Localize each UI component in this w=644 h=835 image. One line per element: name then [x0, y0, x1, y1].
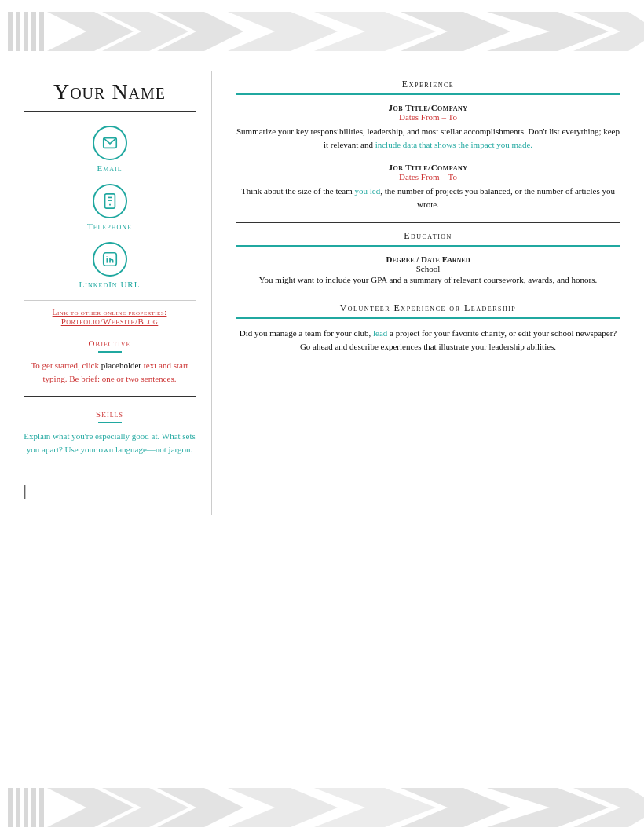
objective-text: To get started, click placeholder text a… [24, 359, 196, 385]
linkedin-contact-item: LinkedIn URL [24, 242, 196, 289]
objective-teal-line [98, 351, 122, 353]
experience-section: Experience Job Title/Company Dates From … [236, 71, 620, 211]
email-label: Email [97, 163, 122, 173]
svg-rect-1 [16, 12, 20, 51]
volunteer-header: Volunteer Experience or Leadership [236, 295, 620, 314]
email-contact-item: Email [24, 126, 196, 173]
telephone-icon [93, 184, 127, 218]
job-entry-2: Job Title/Company Dates From – To Think … [236, 163, 620, 211]
edu-entry-1: Degree / Date Earned School You might wa… [236, 255, 620, 287]
objective-heading: Objective [24, 339, 196, 348]
job-desc-2-teal: you led [355, 186, 381, 196]
cursor: | [24, 483, 196, 500]
job-desc-2-text: Think about the size of the team [241, 186, 354, 196]
footer-banner [0, 780, 644, 835]
skills-section: Skills Explain what you're especially go… [24, 409, 196, 456]
resume-page: Your Name Email [0, 0, 644, 835]
job-title-1: Job Title/Company [236, 103, 620, 112]
education-underline [236, 245, 620, 247]
volunteer-teal-1: lead [373, 328, 387, 338]
volunteer-title: Volunteer Experience or Leadership [340, 302, 517, 313]
edu-degree-1: Degree / Date Earned [236, 255, 620, 264]
top-divider [24, 71, 196, 71]
your-name-heading: Your Name [24, 79, 196, 104]
right-column: Experience Job Title/Company Dates From … [212, 71, 644, 515]
job-entry-1: Job Title/Company Dates From – To Summar… [236, 103, 620, 152]
job-desc-1: Summarize your key responsibilities, lea… [236, 125, 620, 152]
volunteer-section: Volunteer Experience or Leadership Did y… [236, 295, 620, 353]
email-icon [93, 126, 127, 160]
job-dates-1: Dates From – To [236, 112, 620, 122]
online-properties-section: Link to other online properties: Portfol… [24, 300, 196, 326]
header-banner [0, 0, 644, 63]
job-desc-1-teal: include data that shows the impact you m… [375, 140, 532, 149]
content-area: Your Name Email [0, 63, 644, 515]
left-bottom-divider [24, 467, 196, 467]
objective-section: Objective To get started, click placehol… [24, 339, 196, 385]
svg-rect-22 [16, 788, 20, 827]
volunteer-text-1: Did you manage a team for your club, [240, 328, 373, 338]
svg-marker-8 [228, 12, 338, 51]
linkedin-icon [93, 242, 127, 277]
svg-marker-29 [228, 788, 338, 827]
skills-heading: Skills [24, 409, 196, 419]
edu-desc-1: You might want to include your GPA and a… [236, 273, 620, 287]
education-header: Education [236, 222, 620, 242]
svg-rect-0 [8, 12, 13, 51]
online-link-value: Portfolio/Website/Blog [24, 317, 196, 326]
telephone-label: Telephone [87, 222, 132, 231]
svg-rect-4 [39, 12, 44, 51]
skills-teal-line [98, 422, 122, 423]
name-bottom-divider [24, 111, 196, 112]
svg-rect-23 [24, 788, 28, 827]
objective-text-red: To get started, click [31, 361, 101, 370]
online-link-label: Link to other online properties: [24, 309, 196, 317]
left-mid-divider [24, 396, 196, 397]
left-column: Your Name Email [0, 71, 212, 515]
svg-rect-21 [8, 788, 13, 827]
experience-underline [236, 93, 620, 95]
job-desc-2: Think about the size of the team you led… [236, 185, 620, 211]
experience-header: Experience [236, 71, 620, 90]
job-title-2: Job Title/Company [236, 163, 620, 172]
linkedin-label: LinkedIn URL [79, 280, 141, 289]
education-title: Education [404, 230, 452, 241]
svg-rect-3 [31, 12, 36, 51]
edu-school-1: School [236, 264, 620, 273]
svg-rect-25 [39, 788, 44, 827]
job-dates-2: Dates From – To [236, 172, 620, 181]
svg-rect-14 [104, 194, 115, 208]
education-section: Education Degree / Date Earned School Yo… [236, 222, 620, 287]
volunteer-underline [236, 317, 620, 319]
job-desc-2-text2: , the number of projects you balanced, o… [380, 186, 615, 209]
skills-text: Explain what you're especially good at. … [24, 430, 196, 456]
telephone-contact-item: Telephone [24, 184, 196, 231]
svg-rect-24 [31, 788, 36, 827]
experience-title: Experience [402, 79, 454, 90]
objective-text-black: placeholder [101, 361, 141, 370]
volunteer-desc: Did you manage a team for your club, lea… [236, 327, 620, 353]
svg-rect-2 [24, 12, 28, 51]
